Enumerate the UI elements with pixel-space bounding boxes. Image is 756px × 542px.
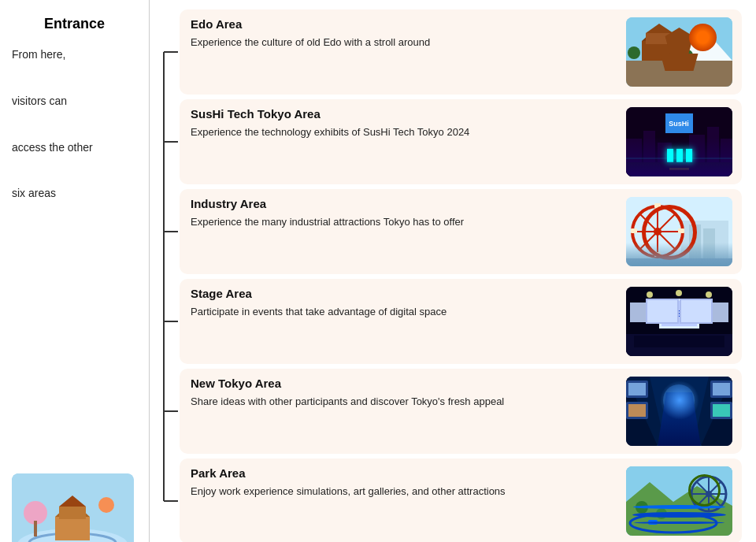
svg-rect-29 bbox=[626, 139, 642, 176]
svg-rect-92 bbox=[648, 520, 658, 525]
area-title-stage: Stage Area bbox=[191, 287, 617, 300]
svg-rect-19 bbox=[626, 61, 732, 87]
svg-rect-32 bbox=[689, 135, 705, 176]
svg-rect-3 bbox=[55, 517, 90, 540]
svg-line-50 bbox=[639, 213, 676, 250]
svg-rect-51 bbox=[654, 203, 661, 208]
area-image-stage: S bbox=[626, 287, 732, 356]
svg-line-89 bbox=[696, 481, 721, 507]
svg-rect-54 bbox=[631, 228, 637, 233]
area-title-sushi: SusHi Tech Tokyo Area bbox=[191, 107, 617, 121]
svg-point-78 bbox=[663, 384, 695, 416]
area-description-industry: Experience the many industrial attractio… bbox=[191, 214, 617, 230]
svg-point-79 bbox=[671, 392, 687, 408]
area-description-sushi: Experience the technology exhibits of Su… bbox=[191, 124, 617, 140]
svg-rect-62 bbox=[703, 303, 728, 322]
svg-rect-71 bbox=[628, 383, 646, 395]
svg-point-93 bbox=[636, 501, 648, 514]
area-image-park bbox=[626, 466, 732, 536]
svg-point-65 bbox=[706, 291, 712, 298]
entrance-image bbox=[12, 473, 134, 542]
connector-wrapper: Edo Area Experience the culture of old E… bbox=[150, 9, 742, 542]
area-card-newtokyo: New Tokyo Area Share ideas with other pa… bbox=[180, 369, 742, 454]
svg-rect-40 bbox=[669, 168, 689, 170]
svg-point-9 bbox=[98, 497, 114, 513]
area-image-industry bbox=[626, 197, 732, 266]
svg-line-49 bbox=[639, 213, 676, 250]
area-text-industry: Industry Area Experience the many indust… bbox=[191, 197, 626, 230]
svg-rect-31 bbox=[658, 143, 672, 176]
svg-point-46 bbox=[654, 228, 662, 236]
svg-rect-5 bbox=[59, 507, 86, 519]
area-card-edo: Edo Area Experience the culture of old E… bbox=[180, 9, 742, 95]
svg-rect-34 bbox=[721, 139, 732, 176]
svg-point-86 bbox=[706, 491, 712, 497]
area-image-newtokyo bbox=[626, 377, 732, 446]
area-text-newtokyo: New Tokyo Area Share ideas with other pa… bbox=[191, 377, 626, 410]
area-card-park: Park Area Enjoy work experience simulati… bbox=[180, 458, 742, 542]
area-card-industry: Industry Area Experience the many indust… bbox=[180, 189, 742, 274]
area-image-edo bbox=[626, 17, 732, 87]
svg-rect-42 bbox=[681, 221, 728, 266]
svg-point-63 bbox=[647, 291, 653, 298]
area-text-stage: Stage Area Participate in events that ta… bbox=[191, 287, 626, 320]
svg-rect-44 bbox=[703, 228, 715, 266]
sidebar: Entrance From here,visitors canaccess th… bbox=[0, 0, 150, 542]
sidebar-title: Entrance bbox=[12, 16, 137, 32]
sidebar-description: From here,visitors canaccess the othersi… bbox=[12, 43, 93, 206]
svg-line-80 bbox=[658, 412, 679, 446]
area-title-edo: Edo Area bbox=[191, 17, 617, 31]
svg-rect-30 bbox=[643, 131, 655, 176]
areas-list: Edo Area Experience the culture of old E… bbox=[180, 9, 742, 542]
svg-rect-24 bbox=[646, 33, 673, 44]
entrance-canvas bbox=[12, 473, 134, 542]
area-card-stage: Stage Area Participate in events that ta… bbox=[180, 279, 742, 364]
svg-point-27 bbox=[682, 50, 693, 61]
connector-svg bbox=[150, 9, 180, 542]
svg-line-81 bbox=[679, 412, 701, 446]
svg-rect-75 bbox=[713, 383, 730, 395]
svg-rect-39 bbox=[626, 162, 732, 176]
svg-point-64 bbox=[676, 290, 682, 296]
connector-lines bbox=[150, 9, 180, 542]
area-text-edo: Edo Area Experience the culture of old E… bbox=[191, 17, 626, 50]
svg-rect-73 bbox=[628, 404, 646, 417]
svg-rect-53 bbox=[654, 252, 661, 257]
svg-text:SusHi: SusHi bbox=[669, 120, 689, 128]
svg-point-26 bbox=[628, 46, 640, 59]
svg-rect-8 bbox=[34, 521, 37, 536]
area-text-park: Park Area Enjoy work experience simulati… bbox=[191, 466, 626, 499]
area-description-stage: Participate in events that take advantag… bbox=[191, 304, 617, 320]
area-image-sushi: SusHi bbox=[626, 107, 732, 176]
svg-rect-52 bbox=[678, 228, 684, 233]
area-title-park: Park Area bbox=[191, 466, 617, 480]
area-title-newtokyo: New Tokyo Area bbox=[191, 377, 617, 390]
svg-rect-77 bbox=[713, 404, 730, 417]
svg-text:S: S bbox=[676, 310, 682, 318]
area-text-sushi: SusHi Tech Tokyo Area Experience the tec… bbox=[191, 107, 626, 140]
svg-rect-33 bbox=[707, 127, 719, 176]
area-card-sushi: SusHi Tech Tokyo Area Experience the tec… bbox=[180, 99, 742, 184]
svg-rect-55 bbox=[626, 258, 732, 266]
main-content: Edo Area Experience the culture of old E… bbox=[150, 0, 756, 542]
svg-rect-59 bbox=[662, 301, 697, 326]
svg-rect-61 bbox=[630, 303, 655, 322]
svg-marker-21 bbox=[689, 25, 713, 41]
svg-rect-66 bbox=[634, 336, 724, 347]
area-description-park: Enjoy work experience simulations, art g… bbox=[191, 484, 617, 499]
area-description-edo: Experience the culture of old Edo with a… bbox=[191, 35, 617, 50]
area-description-newtokyo: Share ideas with other participants and … bbox=[191, 394, 617, 410]
svg-point-94 bbox=[656, 508, 667, 519]
svg-rect-43 bbox=[689, 225, 701, 266]
area-title-industry: Industry Area bbox=[191, 197, 617, 210]
